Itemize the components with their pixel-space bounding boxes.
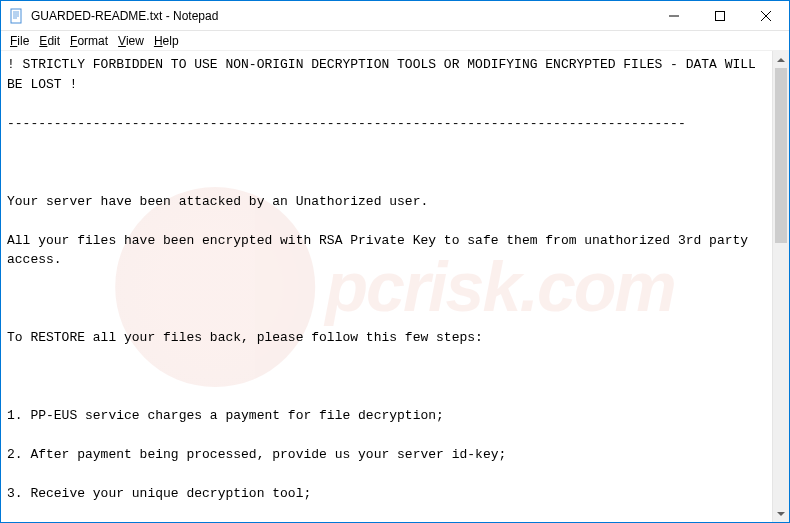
- text-line: [7, 309, 766, 329]
- menu-file[interactable]: File: [5, 33, 34, 49]
- text-line: [7, 172, 766, 192]
- text-line: All your files have been encrypted with …: [7, 231, 766, 270]
- text-line: [7, 465, 766, 485]
- minimize-button[interactable]: [651, 1, 697, 30]
- close-button[interactable]: [743, 1, 789, 30]
- scroll-up-button[interactable]: [773, 51, 789, 68]
- menubar: File Edit Format View Help: [1, 31, 789, 51]
- text-line: [7, 94, 766, 114]
- menu-help[interactable]: Help: [149, 33, 184, 49]
- text-line: ----------------------------------------…: [7, 114, 766, 134]
- scroll-thumb[interactable]: [775, 68, 787, 243]
- menu-edit[interactable]: Edit: [34, 33, 65, 49]
- text-line: 2. After payment being processed, provid…: [7, 445, 766, 465]
- text-line: 1. PP-EUS service charges a payment for …: [7, 406, 766, 426]
- text-line: [7, 426, 766, 446]
- titlebar: GUARDED-README.txt - Notepad: [1, 1, 789, 31]
- text-line: 3. Receive your unique decryption tool;: [7, 484, 766, 504]
- content-area: pcrisk.com ! STRICTLY FORBIDDEN TO USE N…: [1, 51, 789, 522]
- text-line: [7, 387, 766, 407]
- text-line: ! STRICTLY FORBIDDEN TO USE NON-ORIGIN D…: [7, 55, 766, 94]
- text-line: [7, 211, 766, 231]
- text-line: [7, 367, 766, 387]
- text-line: [7, 289, 766, 309]
- svg-rect-6: [716, 11, 725, 20]
- notepad-window: GUARDED-README.txt - Notepad File Edit F…: [0, 0, 790, 523]
- titlebar-left: GUARDED-README.txt - Notepad: [1, 8, 218, 24]
- menu-format[interactable]: Format: [65, 33, 113, 49]
- text-line: To RESTORE all your files back, please f…: [7, 328, 766, 348]
- vertical-scrollbar[interactable]: [772, 51, 789, 522]
- text-line: [7, 133, 766, 153]
- menu-view[interactable]: View: [113, 33, 149, 49]
- text-editor[interactable]: ! STRICTLY FORBIDDEN TO USE NON-ORIGIN D…: [1, 51, 772, 522]
- text-line: [7, 270, 766, 290]
- svg-marker-10: [777, 512, 785, 516]
- svg-marker-9: [777, 58, 785, 62]
- window-controls: [651, 1, 789, 30]
- scroll-track[interactable]: [773, 68, 789, 505]
- text-line: Your server have been attacked by an Una…: [7, 192, 766, 212]
- text-line: [7, 504, 766, 523]
- text-line: [7, 153, 766, 173]
- window-title: GUARDED-README.txt - Notepad: [31, 9, 218, 23]
- notepad-icon: [9, 8, 25, 24]
- scroll-down-button[interactable]: [773, 505, 789, 522]
- text-line: [7, 348, 766, 368]
- maximize-button[interactable]: [697, 1, 743, 30]
